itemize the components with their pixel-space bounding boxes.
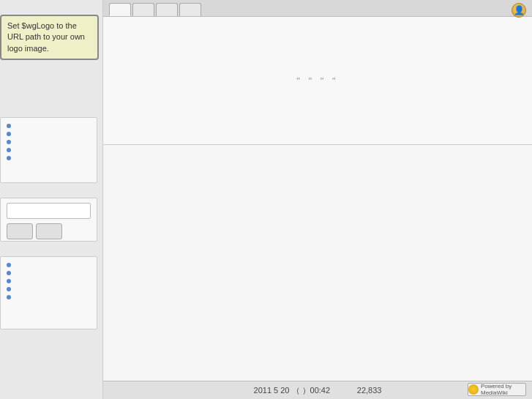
user-icon[interactable]: 👤: [512, 3, 526, 18]
sidebar-panel-bottom: [0, 256, 97, 329]
list-item: [7, 295, 91, 299]
mediawiki-icon: [468, 384, 479, 395]
bullet-icon: [7, 271, 11, 275]
tab-4[interactable]: [179, 3, 201, 16]
search-buttons: [7, 223, 91, 239]
list-item: [7, 271, 91, 275]
callout-text: Set $wgLogo to the URL path to your own …: [7, 21, 85, 53]
tab-1[interactable]: [109, 3, 131, 16]
list-item: [7, 132, 91, 136]
bullet-icon: [7, 156, 11, 160]
list-item: [7, 148, 91, 152]
bullet-icon: [7, 124, 11, 128]
status-count: 22,833: [357, 386, 382, 395]
bullet-icon: [7, 140, 11, 144]
list-item: [7, 279, 91, 283]
bullet-icon: [7, 263, 11, 267]
tab-2[interactable]: [132, 3, 154, 16]
content-lower: [103, 145, 532, 381]
search-input[interactable]: [7, 203, 91, 219]
main-area: " " " " 2011 5 20 （ ）00:42 22,833 Powere…: [102, 0, 532, 399]
status-date: 2011 5 20 （ ）00:42: [254, 386, 331, 395]
bullet-icon: [7, 287, 11, 291]
list-item: [7, 287, 91, 291]
sidebar-panel-top: [0, 117, 97, 183]
bullet-icon: [7, 132, 11, 136]
bullet-icon: [7, 295, 11, 299]
status-bar: 2011 5 20 （ ）00:42 22,833 Powered by Med…: [103, 381, 532, 399]
user-avatar: 👤: [512, 3, 526, 18]
content-pane: " " " ": [103, 16, 532, 381]
bullet-icon: [7, 148, 11, 152]
search-button-1[interactable]: [7, 223, 33, 239]
mediawiki-badge[interactable]: Powered by MediaWiki: [468, 383, 526, 396]
logo-callout: Set $wgLogo to the URL path to your own …: [0, 15, 99, 60]
list-item: [7, 140, 91, 144]
content-body: " " " ": [103, 17, 532, 145]
list-item: [7, 263, 91, 267]
tab-3[interactable]: [156, 3, 178, 16]
tabs-bar: [103, 0, 532, 16]
bullet-icon: [7, 279, 11, 283]
list-item: [7, 156, 91, 160]
search-button-2[interactable]: [36, 223, 62, 239]
status-text: 2011 5 20 （ ）00:42 22,833: [110, 385, 525, 396]
content-dots: " " " ": [296, 75, 338, 86]
sidebar-panel-search: [0, 198, 97, 242]
list-item: [7, 124, 91, 128]
mediawiki-label: Powered by MediaWiki: [481, 383, 525, 396]
